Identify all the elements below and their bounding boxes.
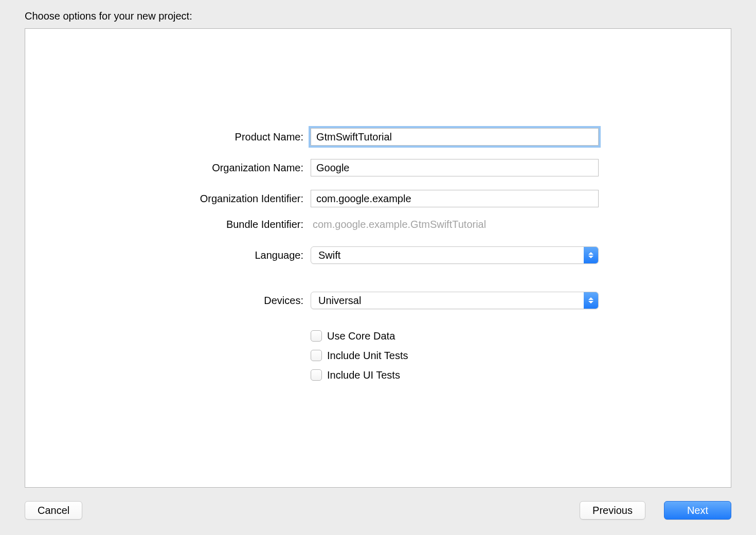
options-sheet: Product Name: Organization Name: Organiz… bbox=[25, 28, 731, 488]
organization-name-row: Organization Name: bbox=[25, 152, 731, 183]
language-row: Language: Swift bbox=[25, 240, 731, 271]
include-ui-tests-checkbox[interactable] bbox=[311, 369, 322, 381]
include-unit-tests-label: Include Unit Tests bbox=[327, 350, 408, 362]
bundle-identifier-row: Bundle Identifier: com.google.example.Gt… bbox=[25, 214, 731, 235]
dialog-footer: Cancel Previous Next bbox=[25, 488, 731, 520]
product-name-input[interactable] bbox=[311, 128, 599, 146]
options-form: Product Name: Organization Name: Organiz… bbox=[25, 121, 731, 385]
devices-select[interactable]: Universal bbox=[311, 292, 599, 309]
language-label: Language: bbox=[25, 249, 311, 261]
product-name-label: Product Name: bbox=[25, 131, 311, 143]
organization-name-label: Organization Name: bbox=[25, 162, 311, 174]
dropdown-caret-icon bbox=[584, 292, 598, 309]
bundle-identifier-label: Bundle Identifier: bbox=[25, 219, 311, 230]
organization-name-input[interactable] bbox=[311, 159, 599, 176]
dialog-title: Choose options for your new project: bbox=[25, 10, 731, 22]
bundle-identifier-value: com.google.example.GtmSwiftTutorial bbox=[311, 219, 486, 230]
include-unit-tests-row: Include Unit Tests bbox=[25, 346, 731, 365]
devices-row: Devices: Universal bbox=[25, 285, 731, 316]
options-checkbox-group: Use Core Data Include Unit Tests Include… bbox=[25, 326, 731, 385]
previous-button[interactable]: Previous bbox=[580, 501, 645, 520]
organization-identifier-row: Organization Identifier: bbox=[25, 183, 731, 214]
language-select[interactable]: Swift bbox=[311, 246, 599, 264]
include-unit-tests-checkbox[interactable] bbox=[311, 350, 322, 361]
include-ui-tests-label: Include UI Tests bbox=[327, 369, 400, 381]
next-button[interactable]: Next bbox=[664, 501, 731, 520]
include-ui-tests-row: Include UI Tests bbox=[25, 365, 731, 385]
new-project-options-dialog: Choose options for your new project: Pro… bbox=[0, 0, 756, 535]
use-core-data-row: Use Core Data bbox=[25, 326, 731, 346]
organization-identifier-input[interactable] bbox=[311, 190, 599, 207]
devices-label: Devices: bbox=[25, 295, 311, 307]
language-select-value: Swift bbox=[311, 249, 584, 261]
use-core-data-checkbox[interactable] bbox=[311, 330, 322, 342]
dropdown-caret-icon bbox=[584, 247, 598, 263]
use-core-data-label: Use Core Data bbox=[327, 330, 395, 342]
devices-select-value: Universal bbox=[311, 295, 584, 307]
product-name-row: Product Name: bbox=[25, 121, 731, 152]
organization-identifier-label: Organization Identifier: bbox=[25, 193, 311, 205]
cancel-button[interactable]: Cancel bbox=[25, 501, 82, 520]
